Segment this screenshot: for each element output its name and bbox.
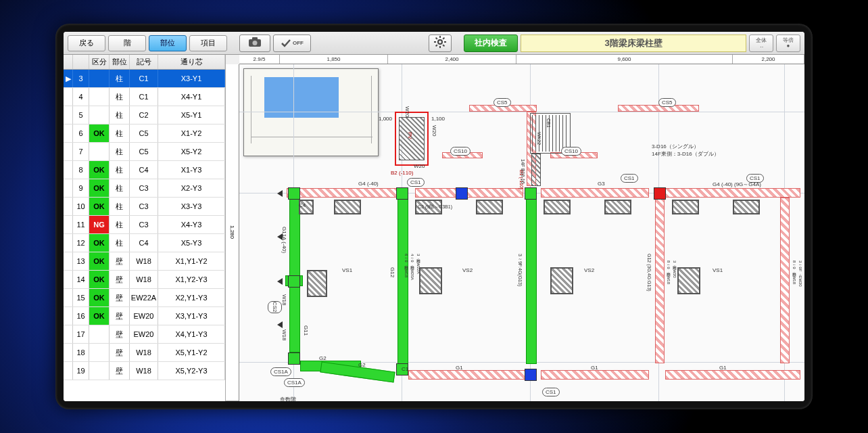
- row-indicator: [64, 143, 73, 160]
- table-row[interactable]: 8OK柱C4X1-Y3: [64, 161, 225, 179]
- row-indicator: [64, 216, 73, 233]
- row-indicator: [64, 106, 73, 124]
- table-row[interactable]: 11NG柱C3X4-Y3: [64, 216, 225, 234]
- drawing-panel[interactable]: 2.9/5 1,850 2,400 9,600 2,200 1,280: [226, 55, 804, 401]
- table-row[interactable]: 5柱C2X5-Y1: [64, 106, 225, 124]
- mini-plan-overview[interactable]: [243, 68, 379, 156]
- row-bui: 壁: [110, 325, 130, 343]
- lbl-note: 3-D16（シングル） 14F東側：3-D16（ダブル）: [652, 143, 719, 158]
- table-row[interactable]: 18壁W18X5,Y1-Y2: [64, 344, 225, 362]
- header-kubun[interactable]: 区分: [89, 55, 110, 69]
- lbl-cs5a: CS5: [493, 98, 511, 107]
- camera-button[interactable]: [239, 35, 270, 52]
- row-num: 5: [73, 106, 89, 124]
- row-status: OK: [89, 124, 110, 142]
- check-icon: OFF: [281, 39, 304, 48]
- row-kigo: C2: [130, 106, 158, 124]
- table-row[interactable]: 9OK柱C3X2-Y3: [64, 179, 225, 198]
- row-kigo: C3: [130, 179, 158, 197]
- lbl-g1b: G1: [591, 365, 598, 371]
- beam-bottom-2: [541, 370, 649, 380]
- node-x3y1[interactable]: [525, 369, 537, 381]
- row-num: 9: [73, 179, 89, 197]
- row-indicator: [64, 271, 73, 288]
- row-num: 6: [73, 124, 89, 142]
- check-off-button[interactable]: OFF: [273, 35, 311, 52]
- tablet-frame: 戻る 階 部位 項目 OFF 社: [55, 24, 813, 409]
- row-status: [89, 70, 110, 87]
- lbl-g13a: 3～9F:4G(G13): [516, 254, 523, 286]
- row-num: 3: [73, 70, 89, 87]
- table-row[interactable]: 6OK柱C5X1-Y2: [64, 124, 225, 143]
- node-x3y3[interactable]: [525, 187, 537, 200]
- node-x2y3[interactable]: [396, 187, 408, 200]
- wall-ew20[interactable]: [526, 198, 537, 364]
- table-row[interactable]: 15OK壁EW22AX2,Y1-Y3: [64, 289, 225, 307]
- row-num: 4: [73, 88, 89, 106]
- lbl-cs1b: CS1: [621, 174, 638, 183]
- table-row[interactable]: ▶3柱C1X3-Y1: [64, 70, 225, 88]
- beam-g1-1: [415, 188, 523, 198]
- row-indicator: [64, 362, 73, 380]
- wall-w18-b[interactable]: [289, 285, 300, 352]
- svg-line-9: [443, 45, 444, 46]
- row-num: 12: [73, 234, 89, 252]
- inspection-table: 区分 部位 記号 通り芯 ▶3柱C1X3-Y14柱C1X4-Y15柱C2X5-Y…: [64, 55, 226, 401]
- node-x1y2[interactable]: [288, 275, 300, 288]
- inspection-type-button[interactable]: 社内検査: [464, 35, 518, 52]
- table-row[interactable]: 14OK壁W18X1,Y2-Y3: [64, 271, 225, 289]
- part-button[interactable]: 部位: [149, 35, 187, 51]
- col-8: [419, 267, 442, 294]
- row-kigo: EW20: [130, 325, 158, 343]
- table-row[interactable]: 16OK壁EW20X3,Y1-Y3: [64, 307, 225, 325]
- table-row[interactable]: 19壁W18X5,Y2-Y3: [64, 362, 225, 380]
- wall-ew22a[interactable]: [397, 198, 408, 364]
- lbl-g2a: G2: [319, 355, 327, 361]
- lbl-hf: 14F B18-16: [521, 159, 525, 184]
- back-button[interactable]: 戻る: [68, 35, 105, 51]
- node-x4y3[interactable]: [654, 187, 666, 200]
- row-kigo: C1: [130, 88, 158, 106]
- zoom-fit-button[interactable]: 等倍●: [776, 35, 800, 52]
- beam-v-x4: [655, 198, 665, 363]
- table-row[interactable]: 10OK柱C3X3-Y3: [64, 198, 225, 216]
- node-x1y1[interactable]: [288, 352, 300, 365]
- row-kigo: EW22A: [130, 289, 158, 306]
- row-status: OK: [89, 289, 110, 306]
- lbl-vs2c: VS1: [713, 267, 723, 273]
- row-bui: 柱: [110, 161, 130, 179]
- table-row[interactable]: 4柱C1X4-Y1: [64, 88, 225, 106]
- table-row[interactable]: 17壁EW20X4,Y1-Y3: [64, 325, 225, 344]
- row-indicator: [64, 198, 73, 215]
- zoom-all-button[interactable]: 全体‥: [749, 35, 773, 52]
- floor-button[interactable]: 階: [108, 35, 146, 51]
- table-row[interactable]: 7柱C5X5-Y2: [64, 143, 225, 161]
- lbl-w20b: W20: [431, 125, 437, 136]
- row-bui: 柱: [110, 143, 130, 160]
- col-6: [672, 200, 699, 214]
- lbl-g12: G12: [389, 267, 395, 277]
- beam-bottom-3: [665, 370, 800, 380]
- row-bui: 壁: [110, 271, 130, 288]
- lbl-1000: 1,000: [379, 116, 392, 122]
- row-num: 13: [73, 252, 89, 270]
- row-num: 11: [73, 216, 89, 233]
- item-button[interactable]: 項目: [189, 35, 227, 51]
- node-c4[interactable]: [288, 187, 300, 200]
- settings-button[interactable]: [429, 35, 452, 52]
- header-bui[interactable]: 部位: [110, 55, 130, 69]
- node-x25y3[interactable]: [456, 187, 468, 200]
- lbl-g1a: G1: [456, 365, 463, 371]
- row-kigo: C4: [130, 234, 158, 252]
- table-row[interactable]: 13OK壁W18X1,Y1-Y2: [64, 252, 225, 271]
- row-tori: X1,Y1-Y2: [158, 252, 225, 270]
- row-tori: X4-Y3: [158, 216, 225, 233]
- header-tori[interactable]: 通り芯: [158, 55, 225, 69]
- row-bui: 壁: [110, 252, 130, 270]
- header-kigo[interactable]: 記号: [130, 55, 158, 69]
- lbl-cs10b: CS10: [561, 147, 581, 156]
- table-row[interactable]: 12OK柱C4X5-Y3: [64, 234, 225, 252]
- row-tori: X1-Y2: [158, 124, 225, 142]
- drawing-canvas[interactable]: 1,000 1,100 W20 W20 W20 PV B2 (-110) B1 …: [239, 64, 804, 401]
- row-bui: 柱: [110, 70, 130, 87]
